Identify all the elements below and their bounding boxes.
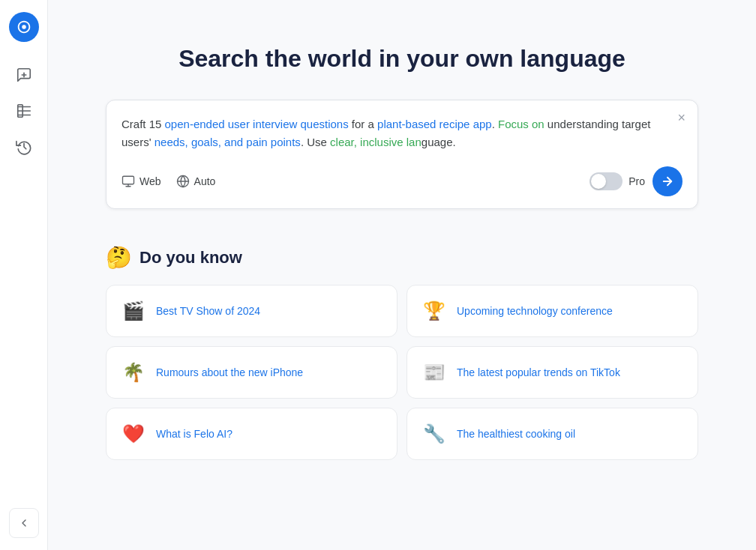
- do-you-know-title: Do you know: [140, 248, 242, 268]
- search-box: × Craft 15 open-ended user interview que…: [106, 100, 698, 209]
- highlight-focus: Focus on: [498, 118, 544, 130]
- card-item[interactable]: 🎬 Best TV Show of 2024: [106, 285, 398, 337]
- search-right: Pro: [590, 166, 682, 196]
- sidebar: [0, 0, 48, 550]
- card-text: What is Felo AI?: [156, 428, 232, 440]
- pro-toggle[interactable]: Pro: [590, 172, 645, 190]
- search-options: Web Auto: [122, 175, 215, 188]
- card-text: Best TV Show of 2024: [156, 305, 260, 317]
- card-emoji: 📰: [421, 359, 448, 386]
- pro-label: Pro: [628, 175, 645, 187]
- card-emoji: 🎬: [120, 297, 147, 324]
- card-text: Upcoming technology conference: [457, 305, 613, 317]
- svg-point-0: [22, 25, 26, 29]
- card-text: Rumours about the new iPhone: [156, 366, 303, 378]
- cards-grid: 🎬 Best TV Show of 2024 🏆 Upcoming techno…: [106, 285, 698, 460]
- card-text: The latest popular trends on TikTok: [457, 366, 620, 378]
- auto-option[interactable]: Auto: [176, 175, 216, 188]
- card-item[interactable]: 📰 The latest popular trends on TikTok: [406, 346, 698, 399]
- card-item[interactable]: ❤️ What is Felo AI?: [106, 408, 398, 460]
- search-query-text: Craft 15 open-ended user interview quest…: [122, 115, 682, 151]
- highlight-needs: needs, goals, and pain points: [154, 136, 301, 148]
- card-emoji: 🌴: [120, 359, 147, 386]
- close-button[interactable]: ×: [677, 111, 686, 124]
- sidebar-item-library[interactable]: [9, 96, 39, 126]
- card-text: The healthiest cooking oil: [457, 428, 575, 440]
- highlight-open-ended: open-ended user interview questions: [165, 118, 349, 130]
- app-logo[interactable]: [9, 12, 39, 42]
- highlight-plant-based: plant-based recipe app: [377, 118, 492, 130]
- card-emoji: ❤️: [120, 420, 147, 447]
- do-you-know-section-header: 🤔 Do you know: [106, 245, 698, 270]
- new-chat-icon: [16, 67, 32, 83]
- sidebar-item-history[interactable]: [9, 132, 39, 162]
- card-emoji: 🏆: [421, 297, 448, 324]
- sidebar-item-new-chat[interactable]: [9, 60, 39, 90]
- sidebar-bottom: [9, 508, 39, 538]
- web-option-label: Web: [140, 175, 161, 187]
- logo-icon: [16, 19, 32, 35]
- card-item[interactable]: 🏆 Upcoming technology conference: [406, 285, 698, 337]
- page-title: Search the world in your own language: [178, 45, 626, 73]
- svg-rect-4: [123, 176, 134, 184]
- auto-option-label: Auto: [194, 175, 216, 187]
- toggle-switch[interactable]: [590, 172, 622, 190]
- card-emoji: 🔧: [421, 420, 448, 447]
- monitor-icon: [122, 175, 135, 188]
- search-submit-button[interactable]: [652, 166, 682, 196]
- arrow-right-icon: [661, 175, 674, 188]
- main-content: Search the world in your own language × …: [48, 0, 756, 550]
- chevron-left-icon: [18, 517, 30, 529]
- search-footer: Web Auto Pro: [122, 166, 682, 196]
- history-icon: [16, 139, 32, 155]
- web-option[interactable]: Web: [122, 175, 161, 188]
- collapse-sidebar-button[interactable]: [9, 508, 39, 538]
- globe-icon: [176, 175, 190, 188]
- library-icon: [16, 103, 32, 119]
- highlight-clear: clear, inclusive lan: [330, 136, 422, 148]
- card-item[interactable]: 🌴 Rumours about the new iPhone: [106, 346, 398, 399]
- do-you-know-emoji: 🤔: [106, 245, 132, 270]
- card-item[interactable]: 🔧 The healthiest cooking oil: [406, 408, 698, 460]
